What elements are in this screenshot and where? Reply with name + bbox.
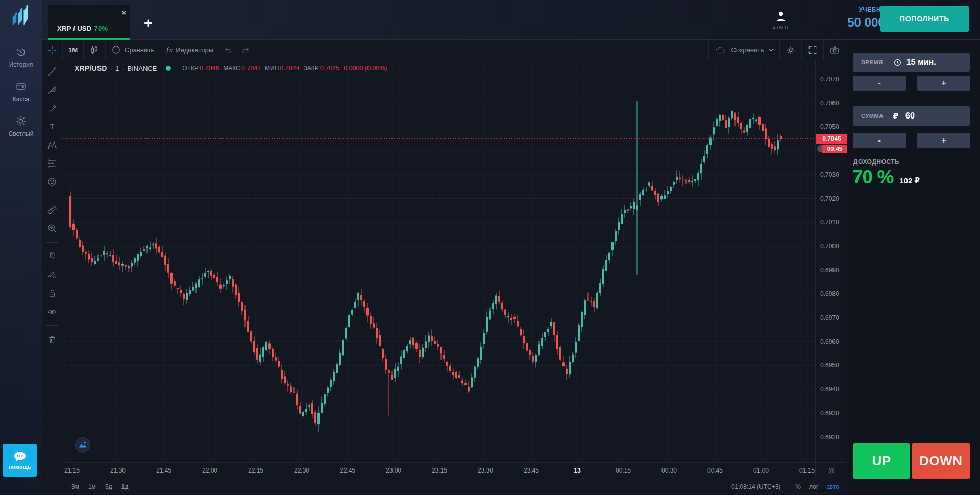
lock-all-tool[interactable] (43, 284, 61, 302)
candlestick-icon (89, 45, 100, 55)
axis-settings-button[interactable] (815, 462, 847, 478)
crosshair-tool[interactable] (42, 40, 62, 60)
time-field[interactable]: ВРЕМЯ 15 мин. (853, 53, 970, 72)
legend-high: 0.7047 (241, 65, 261, 72)
time-tick: 00:30 (662, 467, 677, 474)
chart-pane[interactable]: XRP/USD · 1 · BINANCE ОТКР0.7046 МАКС0.7… (62, 60, 815, 462)
chart-toolbar: 1М Сравнить ƒx Индикаторы (42, 40, 847, 60)
time-tick: 21:45 (156, 467, 172, 474)
log-scale-toggle[interactable]: лог (809, 483, 818, 490)
price-tick: 0.6940 (820, 386, 839, 393)
sidebar-item-label: Касса (13, 96, 29, 103)
clock-readout[interactable]: 01:08:14 (UTC+3) (731, 483, 780, 490)
chart-region: 1М Сравнить ƒx Индикаторы (42, 40, 847, 495)
time-tick: 22:30 (294, 467, 309, 474)
gear-icon (827, 466, 836, 475)
save-layout-button[interactable]: Сохранить (709, 40, 779, 60)
minimap-button[interactable] (75, 437, 90, 453)
compare-button[interactable]: Сравнить (106, 40, 160, 60)
xabcd-pattern-tool[interactable] (43, 136, 61, 154)
user-avatar-icon[interactable] (775, 10, 787, 22)
app-sidebar: История Касса Светлый помощь (0, 0, 42, 495)
sidebar-item-cashier[interactable]: Касса (0, 81, 42, 103)
time-tick: 21:30 (110, 467, 126, 474)
text-tool[interactable]: T (43, 117, 61, 136)
trading-app: История Касса Светлый помощь × XR (0, 0, 980, 495)
price-axis[interactable]: 0.70700.70600.70500.70300.70200.70100.70… (815, 60, 847, 462)
range-preset-5д[interactable]: 5д (105, 483, 112, 490)
drawing-lock-tool[interactable] (43, 266, 61, 284)
avatar-label: START (769, 25, 793, 30)
candlestick-chart[interactable] (62, 60, 815, 462)
time-tick: 23:30 (478, 467, 493, 474)
help-button[interactable]: помощь (3, 444, 37, 477)
tab-xrp-usd[interactable]: × XRP / USD70% (48, 5, 130, 40)
legend-change: 0.0000 (0.00%) (344, 65, 387, 72)
redo-icon (241, 45, 250, 55)
sidebar-item-history[interactable]: История (0, 46, 42, 69)
chart-legend: XRP/USD · 1 · BINANCE ОТКР0.7046 МАКС0.7… (75, 64, 387, 73)
interval-button[interactable]: 1М (63, 40, 83, 60)
time-tick: 00:45 (707, 467, 723, 474)
amount-field[interactable]: СУММА ₽ 60 (853, 106, 970, 126)
time-tick: 01:00 (753, 467, 769, 474)
remove-all-tool[interactable] (43, 331, 61, 349)
down-button[interactable]: DOWN (912, 443, 970, 479)
undo-button[interactable] (219, 40, 237, 60)
amount-minus-button[interactable]: - (853, 133, 906, 148)
range-presets: 3м1м5д1д (71, 483, 128, 490)
redo-button[interactable] (237, 40, 254, 60)
chart-type-button[interactable] (84, 40, 105, 60)
time-plus-button[interactable]: + (917, 76, 970, 91)
circle-plus-icon (111, 45, 121, 55)
fullscreen-icon (807, 45, 818, 55)
time-tick: 00:15 (616, 467, 631, 474)
price-tick: 0.6990 (820, 267, 839, 274)
ruler-tool[interactable] (43, 201, 61, 219)
time-axis[interactable]: 21:1521:3021:4522:0022:1522:3022:4523:00… (62, 462, 815, 478)
trade-panel: ВРЕМЯ 15 мин. - + СУММА ₽ 60 - + ДОХОДНО… (847, 40, 980, 495)
time-minus-button[interactable]: - (853, 76, 906, 91)
price-tick: 0.7070 (820, 76, 839, 83)
up-button[interactable]: UP (853, 443, 910, 479)
zoom-in-tool[interactable] (43, 219, 61, 238)
brush-tool[interactable] (43, 99, 61, 117)
market-status-icon (166, 66, 171, 71)
time-tick: 22:45 (340, 467, 355, 474)
hide-all-tool[interactable] (43, 302, 61, 321)
price-tick: 0.7060 (820, 100, 839, 107)
legend-exchange: BINANCE (128, 65, 157, 73)
legend-low: 0.7044 (280, 65, 299, 72)
forecast-tool[interactable] (43, 154, 61, 173)
chart-bottom-bar: 3м1м5д1д 01:08:14 (UTC+3) % лог авто (42, 478, 847, 495)
svg-text:T: T (50, 123, 54, 131)
time-tick: 23:45 (524, 467, 539, 474)
amount-plus-button[interactable]: + (917, 133, 970, 148)
sidebar-item-theme[interactable]: Светлый (0, 115, 42, 138)
range-preset-1м[interactable]: 1м (88, 483, 96, 490)
time-tick: 22:00 (202, 467, 217, 474)
camera-icon (829, 45, 840, 55)
chart-settings-button[interactable] (780, 40, 801, 60)
percent-scale-toggle[interactable]: % (795, 483, 801, 490)
auto-scale-toggle[interactable]: авто (826, 483, 839, 490)
price-tick: 0.7010 (820, 219, 839, 226)
payout-row: 70 % 102 ₽ (852, 167, 920, 188)
deposit-button[interactable]: ПОПОЛНИТЬ (880, 6, 969, 32)
add-tab-button[interactable]: + (144, 17, 152, 30)
trend-line-tool[interactable] (43, 62, 61, 81)
screenshot-button[interactable] (824, 40, 847, 60)
magnet-tool[interactable] (43, 247, 61, 266)
legend-close: 0.7045 (320, 65, 339, 72)
price-tick: 0.7050 (820, 123, 839, 130)
time-tick: 23:00 (386, 467, 401, 474)
wallet-icon (15, 81, 27, 92)
range-preset-1д[interactable]: 1д (121, 483, 129, 490)
range-preset-3м[interactable]: 3м (71, 483, 79, 490)
fullscreen-button[interactable] (802, 40, 823, 60)
gann-fib-tool[interactable] (43, 81, 61, 99)
tab-close-icon[interactable]: × (121, 9, 126, 16)
cloud-icon (715, 45, 727, 55)
indicators-button[interactable]: ƒx Индикаторы (160, 40, 219, 60)
emoji-tool[interactable] (43, 173, 61, 191)
